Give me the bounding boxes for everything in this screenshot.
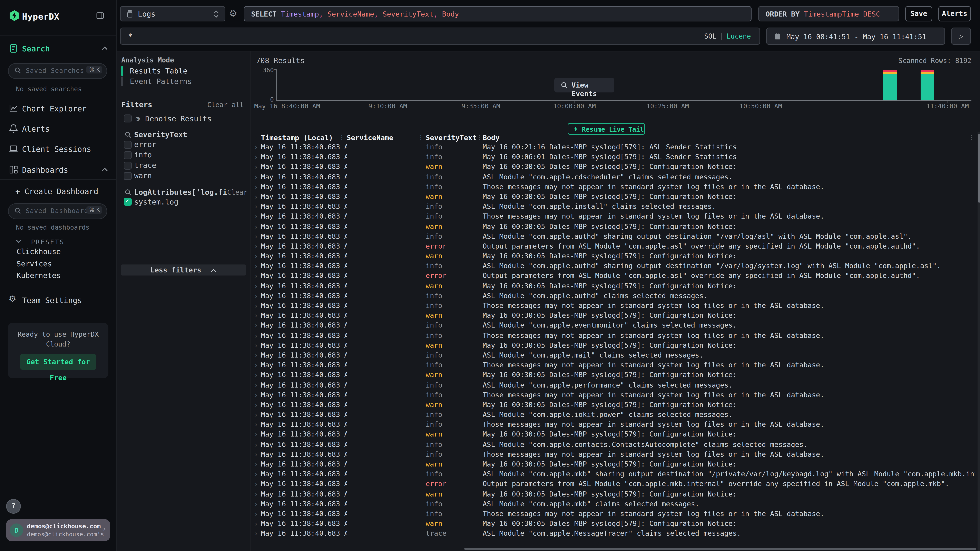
less-filters-button[interactable]: Less filters xyxy=(121,265,246,275)
log-row[interactable]: › May 16 11:38:40.683 AM info Those mess… xyxy=(251,360,975,371)
run-query-button[interactable]: ▷ xyxy=(951,27,971,45)
preset-kubernetes[interactable]: Kubernetes xyxy=(16,271,61,280)
filter-group-severitytext[interactable]: SeverityText xyxy=(134,130,187,139)
mode-results-table[interactable]: Results Table xyxy=(121,66,246,76)
log-row[interactable]: › May 16 11:38:40.683 AM info ASL Module… xyxy=(251,351,975,361)
row-expand-chevron-icon[interactable]: › xyxy=(251,252,261,262)
row-expand-chevron-icon[interactable]: › xyxy=(251,232,261,242)
severity-info-checkbox[interactable] xyxy=(124,151,132,159)
saved-dashboards-input[interactable]: Saved Dashboards ⌘ K xyxy=(8,203,107,219)
row-expand-chevron-icon[interactable]: › xyxy=(251,480,261,489)
row-expand-chevron-icon[interactable]: › xyxy=(251,321,261,331)
log-row[interactable]: › May 16 11:38:40.683 AM trace ASL Modul… xyxy=(251,529,975,539)
row-expand-chevron-icon[interactable]: › xyxy=(251,242,261,252)
log-row[interactable]: › May 16 11:38:40.683 AM info ASL Module… xyxy=(251,470,975,480)
table-options-icon[interactable]: ⋮ xyxy=(968,134,974,141)
filter-group-logattributes[interactable]: LogAttributes['log.file.nam xyxy=(134,188,227,197)
log-row[interactable]: › May 16 11:38:40.683 AM warn May 16 00:… xyxy=(251,430,975,440)
systemlog-checkbox[interactable] xyxy=(124,198,132,206)
log-row[interactable]: › May 16 11:38:40.683 AM warn May 16 00:… xyxy=(251,519,975,529)
severity-error-label[interactable]: error xyxy=(134,140,156,149)
row-expand-chevron-icon[interactable]: › xyxy=(251,381,261,391)
row-expand-chevron-icon[interactable]: › xyxy=(251,212,261,222)
row-expand-chevron-icon[interactable]: › xyxy=(251,460,261,470)
log-row[interactable]: › May 16 11:38:40.683 AM warn May 16 00:… xyxy=(251,162,975,172)
get-started-button[interactable]: Get Started for Free xyxy=(20,354,96,370)
log-row[interactable]: › May 16 11:38:40.683 AM info ASL Module… xyxy=(251,262,975,272)
source-settings-gear-icon[interactable]: ⚙ xyxy=(229,8,237,19)
log-row[interactable]: › May 16 11:38:40.683 AM info ASL Module… xyxy=(251,202,975,212)
log-row[interactable]: › May 16 11:38:40.683 AM info ASL Module… xyxy=(251,172,975,183)
log-row[interactable]: › May 16 11:38:40.683 AM warn May 16 00:… xyxy=(251,281,975,291)
log-row[interactable]: › May 16 11:38:40.683 AM info Those mess… xyxy=(251,420,975,430)
row-expand-chevron-icon[interactable]: › xyxy=(251,430,261,440)
log-row[interactable]: › May 16 11:38:40.683 AM error Output pa… xyxy=(251,242,975,252)
table-horizontal-scrollbar[interactable] xyxy=(464,548,976,550)
log-row[interactable]: › May 16 11:38:40.683 AM info ASL Module… xyxy=(251,321,975,331)
log-row[interactable]: › May 16 11:38:40.683 AM warn May 16 00:… xyxy=(251,192,975,202)
row-expand-chevron-icon[interactable]: › xyxy=(251,162,261,172)
row-expand-chevron-icon[interactable]: › xyxy=(251,301,261,311)
source-select[interactable]: Logs xyxy=(120,6,225,21)
sidebar-item-team-settings[interactable]: ⚙ Team Settings xyxy=(0,293,116,308)
systemlog-label[interactable]: system.log xyxy=(134,198,178,206)
sidebar-item-client-sessions[interactable]: Client Sessions xyxy=(0,142,116,157)
log-row[interactable]: › May 16 11:38:40.683 AM warn May 16 00:… xyxy=(251,460,975,470)
chart-bar[interactable] xyxy=(921,70,934,100)
log-row[interactable]: › May 16 11:38:40.683 AM info ASL Module… xyxy=(251,381,975,391)
save-button[interactable]: Save xyxy=(905,6,932,21)
clear-link[interactable]: Clear xyxy=(227,189,247,197)
preset-services[interactable]: Services xyxy=(16,260,52,268)
log-row[interactable]: › May 16 11:38:40.683 AM warn May 16 00:… xyxy=(251,400,975,410)
severity-warn-label[interactable]: warn xyxy=(134,171,152,180)
column-drag-handle-icon[interactable]: ⋮ xyxy=(339,134,344,141)
log-row[interactable]: › May 16 11:38:40.683 AM info May 16 00:… xyxy=(251,143,975,152)
row-expand-chevron-icon[interactable]: › xyxy=(251,351,261,361)
row-expand-chevron-icon[interactable]: › xyxy=(251,291,261,301)
row-expand-chevron-icon[interactable]: › xyxy=(251,391,261,400)
row-expand-chevron-icon[interactable]: › xyxy=(251,489,261,500)
column-drag-handle-icon[interactable]: ⋮ xyxy=(418,134,423,141)
date-range-picker[interactable]: May 16 08:41:51 - May 16 11:41:51 xyxy=(766,27,945,45)
results-chart[interactable]: 360 0 May 16 8:40:00 AM9:10:00 AM9:35:00… xyxy=(251,51,980,109)
sidebar-item-alerts[interactable]: Alerts xyxy=(0,122,116,137)
resume-live-tail-button[interactable]: Resume Live Tail xyxy=(568,123,645,135)
row-expand-chevron-icon[interactable]: › xyxy=(251,360,261,371)
clear-all-link[interactable]: Clear all xyxy=(207,101,244,109)
log-row[interactable]: › May 16 11:38:40.683 AM info ASL Module… xyxy=(251,440,975,450)
row-expand-chevron-icon[interactable]: › xyxy=(251,272,261,281)
denoise-checkbox[interactable] xyxy=(124,114,132,122)
presets-section-toggle[interactable]: PRESETS xyxy=(16,235,65,247)
log-row[interactable]: › May 16 11:38:40.683 AM info ASL Module… xyxy=(251,291,975,301)
column-servicename[interactable]: ServiceName xyxy=(347,133,426,143)
log-row[interactable]: › May 16 11:38:40.683 AM info Those mess… xyxy=(251,510,975,519)
log-row[interactable]: › May 16 11:38:40.683 AM warn May 16 00:… xyxy=(251,341,975,351)
column-severitytext[interactable]: SeverityText xyxy=(426,133,483,143)
sidebar-item-chart-explorer[interactable]: Chart Explorer xyxy=(0,102,116,116)
log-row[interactable]: › May 16 11:38:40.683 AM info ASL Module… xyxy=(251,499,975,510)
mode-lucene[interactable]: Lucene xyxy=(727,32,751,40)
row-expand-chevron-icon[interactable]: › xyxy=(251,143,261,152)
query-language-toggle[interactable]: SQL|Lucene xyxy=(704,32,751,40)
row-expand-chevron-icon[interactable]: › xyxy=(251,470,261,480)
row-expand-chevron-icon[interactable]: › xyxy=(251,192,261,202)
row-expand-chevron-icon[interactable]: › xyxy=(251,499,261,510)
chart-bar[interactable] xyxy=(883,70,897,100)
order-by-input[interactable]: ORDER BY TimestampTime DESC xyxy=(758,6,899,21)
preset-clickhouse[interactable]: Clickhouse xyxy=(16,247,61,256)
mode-sql[interactable]: SQL xyxy=(704,32,716,40)
column-body[interactable]: Body xyxy=(483,133,975,143)
sidebar-item-search[interactable]: Search xyxy=(0,41,116,56)
row-expand-chevron-icon[interactable]: › xyxy=(251,182,261,192)
row-expand-chevron-icon[interactable]: › xyxy=(251,529,261,539)
row-expand-chevron-icon[interactable]: › xyxy=(251,519,261,529)
severity-error-checkbox[interactable] xyxy=(124,141,132,149)
severity-warn-checkbox[interactable] xyxy=(124,172,132,180)
log-row[interactable]: › May 16 11:38:40.683 AM info ASL Module… xyxy=(251,232,975,242)
row-expand-chevron-icon[interactable]: › xyxy=(251,311,261,321)
log-row[interactable]: › May 16 11:38:40.683 AM info ASL Module… xyxy=(251,410,975,420)
row-expand-chevron-icon[interactable]: › xyxy=(251,410,261,420)
row-expand-chevron-icon[interactable]: › xyxy=(251,152,261,163)
alerts-button[interactable]: Alerts xyxy=(939,6,971,21)
row-expand-chevron-icon[interactable]: › xyxy=(251,202,261,212)
